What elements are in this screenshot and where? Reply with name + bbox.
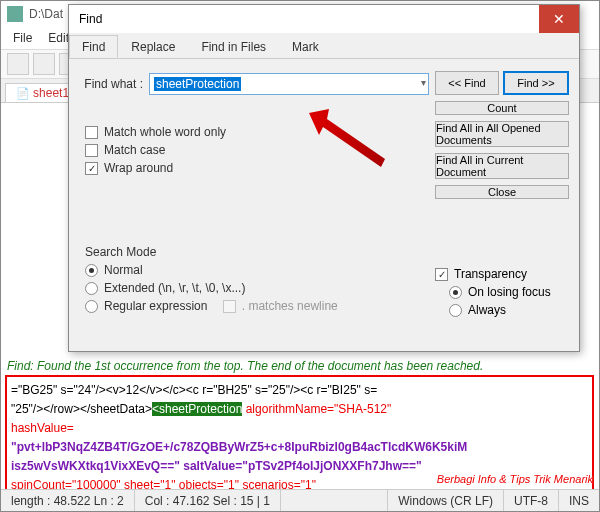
tab-find-in-files[interactable]: Find in Files <box>188 35 279 58</box>
watermark-text: Berbagi Info & Tips Trik Menarik <box>437 473 593 485</box>
mode-extended-radio[interactable]: Extended (\n, \r, \t, \0, \x...) <box>85 281 338 295</box>
status-encoding: UTF-8 <box>504 490 559 511</box>
find-dialog: Find ✕ Find Replace Find in Files Mark F… <box>68 4 580 352</box>
find-prev-button[interactable]: << Find <box>435 71 499 95</box>
app-icon <box>7 6 23 22</box>
find-all-current-button[interactable]: Find All in Current Document <box>435 153 569 179</box>
wrap-around-checkbox[interactable]: Wrap around <box>85 161 226 175</box>
close-button[interactable]: Close <box>435 185 569 199</box>
find-what-label: Find what : <box>79 77 143 91</box>
annotation-arrow-icon <box>309 109 389 169</box>
chevron-down-icon[interactable]: ▾ <box>421 77 426 88</box>
find-all-opened-button[interactable]: Find All in All Opened Documents <box>435 121 569 147</box>
mode-regex-radio[interactable]: Regular expression . matches newline <box>85 299 338 313</box>
dialog-titlebar[interactable]: Find ✕ <box>69 5 579 33</box>
count-button[interactable]: Count <box>435 101 569 115</box>
transparency-checkbox[interactable]: Transparency <box>435 267 569 281</box>
status-eol: Windows (CR LF) <box>388 490 504 511</box>
svg-marker-0 <box>309 109 385 167</box>
find-result-message: Find: Found the 1st occurrence from the … <box>1 357 489 375</box>
whole-word-checkbox[interactable]: Match whole word only <box>85 125 226 139</box>
find-next-button[interactable]: Find >> <box>503 71 569 95</box>
toolbar-open-icon[interactable] <box>33 53 55 75</box>
code-content[interactable]: ="BG25" s="24"/><v>12</v></c><c r="BH25"… <box>5 375 594 489</box>
find-what-input[interactable]: sheetProtection ▾ <box>149 73 429 95</box>
search-highlight: <sheetProtection <box>152 402 242 416</box>
status-col: Col : 47.162 Sel : 15 | 1 <box>135 490 281 511</box>
menu-file[interactable]: File <box>5 29 40 47</box>
window-title: D:\Dat <box>29 7 63 21</box>
tab-mark[interactable]: Mark <box>279 35 332 58</box>
tab-replace[interactable]: Replace <box>118 35 188 58</box>
match-case-checkbox[interactable]: Match case <box>85 143 226 157</box>
dialog-tabs: Find Replace Find in Files Mark <box>69 33 579 59</box>
status-ins: INS <box>559 490 599 511</box>
transparency-losing-radio[interactable]: On losing focus <box>449 285 569 299</box>
search-mode-label: Search Mode <box>85 245 338 259</box>
statusbar: length : 48.522 Ln : 2 Col : 47.162 Sel … <box>1 489 599 511</box>
mode-normal-radio[interactable]: Normal <box>85 263 338 277</box>
transparency-always-radio[interactable]: Always <box>449 303 569 317</box>
close-icon[interactable]: ✕ <box>539 5 579 33</box>
toolbar-new-icon[interactable] <box>7 53 29 75</box>
status-length: length : 48.522 Ln : 2 <box>1 490 135 511</box>
dialog-title: Find <box>79 12 102 26</box>
tab-find[interactable]: Find <box>69 35 118 58</box>
